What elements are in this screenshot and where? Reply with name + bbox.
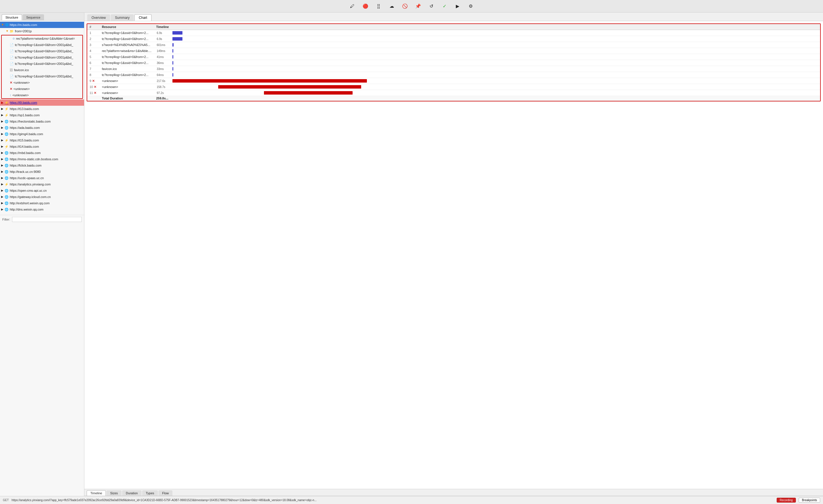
table-row[interactable]: 11 ✕<unknown>97.2s	[87, 90, 820, 96]
tab-sequence[interactable]: Sequence	[23, 14, 44, 20]
globe-icon: 🌐	[5, 169, 9, 174]
sidebar-item-track-uc[interactable]: ▶ 🌐 http://track.uc.cn:9080	[0, 169, 84, 175]
sidebar-item-gateway[interactable]: ▶ 🌐 https://gateway.icloud.com.cn	[0, 194, 84, 200]
row-num: 6	[87, 60, 100, 66]
list-item[interactable]: 📄 tc?tcreq4log=1&ssid=0&from=2001p&bd_	[2, 54, 83, 60]
row-timeline: 97.2s	[154, 90, 820, 96]
sidebar-item-fclick[interactable]: ▶ 🌐 https://fclick.baidu.com	[0, 162, 84, 169]
table-row[interactable]: 1tc?tcreq4log=1&ssid=0&from=2...6.9s	[87, 30, 820, 36]
lightning-icon: ⚡	[5, 112, 9, 118]
sidebar-item-mbaidu[interactable]: ▼ 🌐 https://m.baidu.com	[0, 22, 84, 28]
filter-area: Filter:	[0, 215, 84, 224]
refresh-icon[interactable]: ↺	[427, 2, 435, 10]
table-row[interactable]: 9 ✕<unknown>217.6s	[87, 78, 820, 84]
tab-timeline[interactable]: Timeline	[87, 490, 106, 496]
sidebar-item-mbd[interactable]: ▶ 🌐 https://mbd.baidu.com	[0, 150, 84, 156]
red-border-group: ⊙ rec?platform=wise&ms=1&lsAble=1&rset= …	[1, 35, 83, 99]
recording-button[interactable]: Recording	[777, 498, 796, 503]
list-item[interactable]: 📄 tc?tcreq4log=1&ssid=0&from=2001p&bd_	[2, 60, 83, 67]
table-row[interactable]: 3s?word=%E4%BD%A0%E5%A5...601ms	[87, 42, 820, 48]
expand-icon: ▶	[1, 100, 3, 105]
row-timeline: 149ms	[154, 48, 820, 54]
sidebar-item-t13baidu[interactable]: ▶ ⚡ https://t13.baidu.com	[0, 106, 84, 112]
timeline-bar	[172, 73, 173, 76]
tab-flow[interactable]: Flow	[158, 490, 172, 496]
sidebar-item-label: rec?platform=wise&ms=1&lsAble=1&rset=	[16, 36, 75, 41]
chevron-icon[interactable]: ▶	[454, 2, 462, 10]
table-row[interactable]: 6tc?tcreq4log=1&ssid=0&from=2...36ms	[87, 60, 820, 66]
table-row[interactable]: 4rec?platform=wise&ms=1&lsAble....149ms	[87, 48, 820, 54]
row-error-icon: ✕	[92, 79, 95, 82]
sidebar-item-t9baidu[interactable]: ▶ ⚡ https://t9.baidu.com	[0, 99, 84, 106]
tab-chart[interactable]: Chart	[134, 14, 151, 21]
globe-icon: 🌐	[5, 22, 9, 27]
sidebar-item-label: https://sp1.baidu.com	[10, 112, 40, 118]
col-resource: Resource	[100, 24, 154, 30]
sidebar-item-label: https://t14.baidu.com	[10, 144, 39, 149]
tab-overview[interactable]: Overview	[87, 14, 110, 21]
sidebar-item-t14[interactable]: ▶ ⚡ https://t14.baidu.com	[0, 144, 84, 150]
filter-input[interactable]	[12, 217, 82, 222]
list-item[interactable]: 📄 tc?tcreq4log=1&ssid=0&from=2001p&bd_	[2, 42, 83, 48]
list-item[interactable]: 📄 tc?tcreq4log=1&ssid=0&from=2001p&bd_	[2, 48, 83, 54]
globe-icon: 🌐	[5, 125, 9, 130]
table-row[interactable]: 7favicon.ico33ms	[87, 66, 820, 72]
expand-icon: ▶	[1, 106, 3, 111]
row-num: 1	[87, 30, 100, 36]
sidebar-item-ucdc[interactable]: ▶ 🌐 https://ucdc-upaas.uc.cn	[0, 175, 84, 181]
check-icon[interactable]: ✓	[440, 2, 448, 10]
timeline-bar	[172, 79, 367, 82]
sidebar-item-t15[interactable]: ▶ ⚡ https://t15.baidu.com	[0, 137, 84, 144]
chart-table: # Resource Timeline 1tc?tcreq4log=1&ssid…	[87, 24, 820, 101]
list-item[interactable]: ⊙ rec?platform=wise&ms=1&lsAble=1&rset=	[2, 35, 83, 42]
sidebar-item-ada[interactable]: ▶ 🌐 https://ada.baidu.com	[0, 124, 84, 131]
sidebar-item-mms-static[interactable]: ▶ 🌐 https://mms-static.cdn.bcebos.com	[0, 156, 84, 162]
breakpoints-button[interactable]: Breakpoints	[799, 498, 820, 503]
lightning-icon: ⚡	[5, 106, 9, 111]
table-row[interactable]: 8tc?tcreq4log=1&ssid=0&from=2...64ms	[87, 72, 820, 78]
tab-types[interactable]: Types	[142, 490, 158, 496]
error-icon: ✕	[10, 80, 12, 85]
status-method: GET	[3, 499, 9, 502]
lightning-icon: ⚡	[5, 138, 9, 143]
tab-structure[interactable]: Structure	[2, 14, 22, 20]
globe-icon: 🌐	[5, 157, 9, 162]
timeline-label: 149ms	[157, 49, 172, 53]
sidebar-item-label: https://open-cms-api.uc.cn	[10, 188, 47, 193]
block-icon[interactable]: 🚫	[401, 2, 409, 10]
sidebar-item-dns-weixin[interactable]: ▶ 🌐 http://dns.weixin.qq.com	[0, 206, 84, 213]
sidebar-item-extshort[interactable]: ▶ 🌐 http://extshort.weixin.qq.com	[0, 200, 84, 206]
list-item[interactable]: ✕ <unknown>	[2, 79, 83, 86]
settings-icon[interactable]: ⚙	[467, 2, 475, 10]
table-row[interactable]: 10 ✕<unknown>158.7s	[87, 84, 820, 90]
sidebar-item-opencms[interactable]: ▶ 🌐 https://open-cms-api.uc.cn	[0, 188, 84, 194]
total-value: 259.8s...	[154, 96, 820, 101]
table-row[interactable]: 5tc?tcreq4log=1&ssid=0&from=2...41ms	[87, 54, 820, 60]
sidebar-item-analytics[interactable]: ▶ ⚡ https://analytics.yinxiang.com	[0, 181, 84, 188]
table-row[interactable]: 2tc?tcreq4log=1&ssid=0&from=2...6.9s	[87, 36, 820, 42]
pencil-icon[interactable]: 🖊	[348, 2, 356, 10]
sidebar-item-from2001p[interactable]: ▼ 📁 from=2001p	[0, 28, 84, 34]
row-resource: rec?platform=wise&ms=1&lsAble....	[100, 48, 154, 54]
tab-summary[interactable]: Summary	[111, 14, 134, 21]
total-duration-row: Total Duration259.8s...	[87, 96, 820, 101]
timeline-label: 158.7s	[157, 85, 172, 88]
record-icon[interactable]: 🔴	[361, 2, 369, 10]
cloud-icon[interactable]: ☁	[388, 2, 396, 10]
sidebar-item-gimg4[interactable]: ▶ 🌐 https://gimg4.baidu.com	[0, 131, 84, 137]
tab-duration[interactable]: Duration	[122, 490, 142, 496]
timeline-bar	[172, 43, 174, 47]
expand-icon: ▼	[1, 22, 4, 27]
tab-sizes[interactable]: Sizes	[106, 490, 122, 496]
pin-icon[interactable]: 📌	[414, 2, 422, 10]
sidebar-item-hectorstatic[interactable]: ▶ 🌐 https://hectorstatic.baidu.com	[0, 118, 84, 124]
timeline-label: 36ms	[157, 61, 172, 64]
list-item[interactable]: 🖼 favicon.ico	[2, 67, 83, 73]
list-item[interactable]: 📄 tc?tcreq4log=1&ssid=0&from=2001p&bd_	[2, 73, 83, 79]
list-item[interactable]: ↑ <unknown>	[2, 92, 83, 98]
layers-icon[interactable]: ⣿	[375, 2, 383, 10]
list-item[interactable]: ✕ <unknown>	[2, 86, 83, 92]
upload-icon: ↑	[10, 92, 11, 98]
sidebar-item-sp1baidu[interactable]: ▶ ⚡ https://sp1.baidu.com	[0, 112, 84, 118]
timeline-bar	[172, 49, 173, 53]
